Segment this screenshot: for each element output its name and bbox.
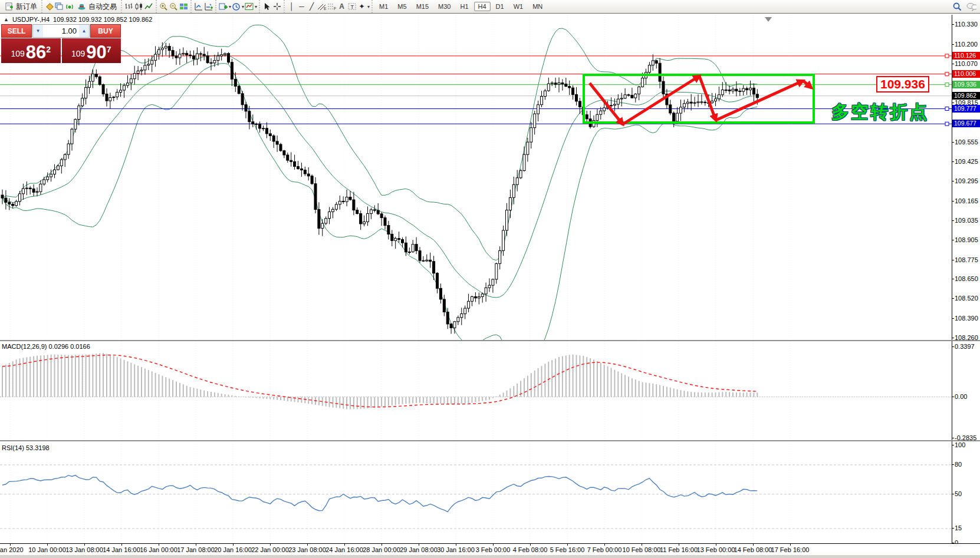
time-tick-label: 17 Jan 08:00 <box>177 546 215 553</box>
price-tick-label: 110.200 <box>955 41 978 48</box>
price-tick-label: 110.070 <box>955 60 978 68</box>
auto-trading-label: 自动交易 <box>88 2 117 12</box>
time-tick-mark <box>47 544 48 546</box>
trend-arrows[interactable] <box>590 76 811 124</box>
toolbar: 新订单 自动交易 <box>0 0 980 14</box>
add-object-icon[interactable] <box>218 2 228 11</box>
signal-icon[interactable] <box>64 2 74 11</box>
cascade-windows-icon[interactable] <box>54 2 64 11</box>
cn-annotation-label[interactable]: 多空转折点 <box>831 100 929 124</box>
buy-price-display[interactable]: 109907 <box>62 38 121 63</box>
volume-input[interactable] <box>43 25 79 37</box>
svg-text:F: F <box>334 6 336 11</box>
time-tick-mark <box>270 544 271 546</box>
template-icon[interactable] <box>244 2 254 11</box>
bottom-strip <box>0 555 980 558</box>
zoom-out-icon[interactable] <box>169 2 179 11</box>
equidistant-channel-icon[interactable]: E <box>317 2 327 11</box>
price-axis-rsi[interactable]: 1008050150 <box>952 441 980 543</box>
timeframe-button-h4[interactable]: H4 <box>474 2 491 11</box>
text-icon[interactable]: A <box>337 2 347 11</box>
timeframe-button-m15[interactable]: M15 <box>412 2 433 11</box>
period-icon[interactable] <box>231 2 241 11</box>
time-tick-mark <box>456 544 456 546</box>
time-tick-label: 10 Feb 08:00 <box>623 546 661 553</box>
time-tick-mark <box>753 544 754 546</box>
template-dropdown-icon[interactable]: ▾ <box>255 4 257 9</box>
price-callout-label[interactable]: 109.936 <box>876 76 929 93</box>
timeframe-button-m1[interactable]: M1 <box>375 2 392 11</box>
price-tick-label: 109.165 <box>955 197 978 205</box>
macd-histogram <box>2 353 757 410</box>
indicator-window-icon[interactable] <box>193 2 203 11</box>
time-tick-label: 13 Feb 00:00 <box>697 546 735 553</box>
time-tick-mark <box>84 544 85 546</box>
trendline-icon[interactable]: ╱ <box>307 2 317 11</box>
chart-shift-marker[interactable] <box>765 17 772 22</box>
price-tick-label: 108.905 <box>955 236 978 244</box>
time-tick-label: Jan 2020 <box>0 546 24 553</box>
timeframe-button-w1[interactable]: W1 <box>509 2 528 11</box>
timeframe-button-m5[interactable]: M5 <box>393 2 410 11</box>
buy-price-big: 90 <box>86 43 106 61</box>
macd-svg <box>0 341 952 440</box>
quick-trade-panel: SELL ▼ ▲ BUY 109862 109907 <box>1 24 121 63</box>
time-tick-mark <box>307 544 308 546</box>
price-axis-macd[interactable]: 0.33970.00-0.2835 <box>952 341 980 440</box>
rsi-label: RSI(14) 53.3198 <box>2 444 50 451</box>
zoom-in-icon[interactable] <box>159 2 169 11</box>
timeframe-button-m30[interactable]: M30 <box>434 2 455 11</box>
volume-increase-button[interactable]: ▲ <box>79 25 89 37</box>
time-tick-label: 3 Feb 00:00 <box>476 546 511 553</box>
rsi-pane[interactable] <box>0 441 952 543</box>
price-tick-label: 109.425 <box>955 158 978 166</box>
time-tick-mark <box>10 544 11 546</box>
time-tick-label: 16 Jan 00:00 <box>140 546 177 553</box>
arrows-dropdown-icon[interactable]: ▾ <box>367 4 370 9</box>
main-price-pane[interactable] <box>0 15 952 340</box>
time-tick-mark <box>716 544 716 546</box>
line-chart-icon[interactable] <box>144 2 154 11</box>
timeframe-button-d1[interactable]: D1 <box>492 2 508 11</box>
macd-pane[interactable] <box>0 341 952 440</box>
rsi-tick-label: 15 <box>955 524 962 532</box>
chart-window: ▲ USDJPY-,H4 109.932 109.932 109.852 109… <box>0 13 980 558</box>
fibonacci-icon[interactable]: F <box>327 2 337 11</box>
time-axis[interactable]: Jan 202010 Jan 00:0013 Jan 08:0014 Jan 1… <box>0 543 980 556</box>
volume-decrease-button[interactable]: ▼ <box>33 25 43 37</box>
search-icon[interactable] <box>952 2 962 11</box>
sell-price-sup: 2 <box>46 38 51 61</box>
horizontal-line-icon[interactable]: ─ <box>297 2 307 11</box>
tile-windows-icon[interactable] <box>179 2 189 11</box>
price-tick-label: 108.520 <box>955 295 978 302</box>
timeframe-button-h1[interactable]: H1 <box>456 2 472 11</box>
quick-panel-toggle-icon[interactable]: ▲ <box>4 16 9 22</box>
time-tick-mark <box>604 544 605 546</box>
sell-price-display[interactable]: 109862 <box>1 38 61 63</box>
indicator-window-add-icon[interactable] <box>203 2 213 11</box>
main-chart-svg <box>0 15 952 340</box>
timeframe-buttons: M1M5M15M30H1H4D1W1MN <box>371 0 549 13</box>
macd-label: MACD(12,26,9) 0.0296 0.0166 <box>2 343 90 350</box>
profile-icon[interactable] <box>44 2 54 11</box>
buy-button[interactable]: BUY <box>90 24 121 38</box>
price-tick-label: 109.555 <box>955 138 978 146</box>
arrows-tool-icon[interactable]: ✦ <box>357 2 367 11</box>
auto-trading-button[interactable]: 自动交易 <box>74 1 119 12</box>
candlestick-chart-icon[interactable] <box>134 2 144 11</box>
price-tick-label: 109.295 <box>955 177 978 185</box>
text-label-icon[interactable]: T <box>347 2 357 11</box>
bar-chart-icon[interactable] <box>124 2 134 11</box>
vertical-line-icon[interactable]: │ <box>287 2 297 11</box>
price-tick-label: 108.775 <box>955 256 978 264</box>
chat-icon[interactable] <box>966 2 976 11</box>
time-tick-mark <box>382 544 382 546</box>
cursor-icon[interactable] <box>262 2 272 11</box>
grid-lines <box>10 15 790 340</box>
sell-button[interactable]: SELL <box>1 24 32 38</box>
new-order-button[interactable]: 新订单 <box>2 1 40 12</box>
price-axis-main[interactable]: 110.330110.200110.070109.815109.555109.4… <box>952 15 980 340</box>
time-tick-label: 10 Jan 00:00 <box>28 546 66 553</box>
timeframe-button-mn[interactable]: MN <box>528 2 547 11</box>
crosshair-icon[interactable] <box>272 2 282 11</box>
